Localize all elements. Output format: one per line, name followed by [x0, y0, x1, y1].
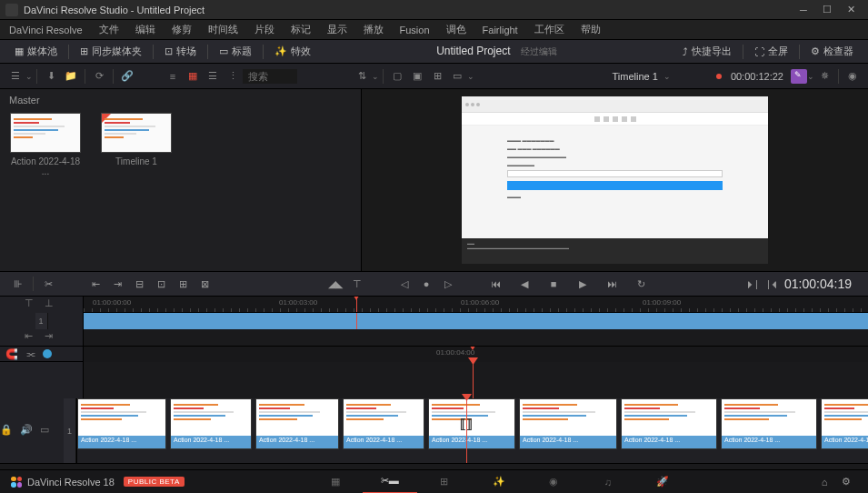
upper-ruler[interactable]: 01:00:00:0001:00:03:0001:00:06:0001:00:0… — [84, 297, 868, 313]
home-icon[interactable]: ⌂ — [813, 472, 835, 492]
menu-1[interactable]: 文件 — [94, 21, 125, 38]
view-thumb-icon[interactable]: ▦ — [183, 66, 203, 86]
closeup-icon[interactable]: ⊡ — [150, 274, 172, 294]
menu-2[interactable]: 编辑 — [130, 21, 161, 38]
menu-7[interactable]: 显示 — [322, 21, 353, 38]
menu-0[interactable]: DaVinci Resolve — [4, 23, 88, 37]
upper-audio-clip[interactable] — [84, 313, 868, 329]
timeline-clip[interactable]: Action 2022-4-18 ... — [621, 398, 717, 449]
timeline-clip[interactable]: Action 2022-4-18 ... — [170, 398, 252, 449]
transitions-button[interactable]: ⊡ 转场 — [157, 43, 204, 60]
main-playhead[interactable] — [473, 362, 474, 398]
inspector-button[interactable]: ⚙ 检查器 — [803, 43, 861, 60]
trim-b-icon[interactable]: ⇥ — [45, 330, 59, 345]
tool-d-icon[interactable]: ▭ — [447, 66, 467, 86]
media-page-tab[interactable]: ▦ — [308, 470, 363, 494]
link-icon[interactable]: 🔗 — [117, 66, 137, 86]
timeline-name[interactable]: Timeline 1 — [613, 71, 658, 82]
menu-9[interactable]: Fusion — [394, 23, 435, 37]
boring-detector-icon[interactable]: ⊪ — [7, 274, 29, 294]
play-icon[interactable]: ▶ — [572, 274, 594, 294]
track-video-icon[interactable]: ▭ — [40, 424, 55, 438]
view-list-icon[interactable]: ☰ — [203, 66, 223, 86]
cut-icon[interactable]: ✂ — [37, 274, 59, 294]
menu-3[interactable]: 修剪 — [166, 21, 197, 38]
fairlight-page-tab[interactable]: ♫ — [581, 470, 635, 494]
close-button[interactable]: ✕ — [839, 1, 863, 19]
bin-list-icon[interactable]: ☰ — [5, 66, 25, 86]
minimize-button[interactable]: ─ — [792, 1, 815, 19]
jump-next-icon[interactable]: |⏴ — [763, 274, 784, 294]
source-overwrite-icon[interactable]: ⊠ — [194, 274, 215, 294]
video-track[interactable]: Action 2022-4-18 ...Action 2022-4-18 ...… — [77, 398, 868, 463]
menu-8[interactable]: 播放 — [358, 21, 389, 38]
edit-page-tab[interactable]: ⊞ — [417, 470, 472, 494]
reverse-icon[interactable]: ◀ — [514, 274, 535, 294]
import-folder-icon[interactable]: 📁 — [61, 66, 81, 86]
media-clip-2[interactable]: Timeline 1 — [100, 113, 173, 176]
cut-tool-icon[interactable]: ⊤ — [346, 274, 368, 294]
timeline-clip[interactable]: Action 2022-4-18 ... — [255, 398, 339, 449]
media-pool-button[interactable]: ▦ 媒体池 — [7, 43, 65, 60]
ripple-icon[interactable]: ⊟ — [128, 274, 150, 294]
main-playhead-line[interactable] — [466, 398, 467, 463]
timeline-clip[interactable]: Action 2022-4-18 ... — [821, 398, 868, 449]
link-2-icon[interactable]: ⫘ — [25, 348, 35, 359]
timeline-clip[interactable]: Action 2022-4-18 ... — [77, 398, 166, 449]
cut-page-tab[interactable]: ✂▬ — [363, 470, 417, 494]
track-lock-icon[interactable]: 🔒 — [0, 424, 15, 438]
menu-10[interactable]: 调色 — [441, 21, 472, 38]
maximize-button[interactable]: ☐ — [815, 1, 839, 19]
smart-insert-icon[interactable]: ⇤ — [85, 274, 106, 294]
timeline-clip[interactable]: Action 2022-4-18 ... — [343, 398, 424, 449]
mark-in-icon[interactable]: ◁ — [394, 274, 415, 294]
lock-icon[interactable]: ⊤ — [25, 297, 39, 312]
timeline-clip[interactable]: Action 2022-4-18 ... — [519, 398, 617, 449]
effects-button[interactable]: ✨ 特效 — [267, 43, 318, 60]
timeline-clip[interactable]: Action 2022-4-18 ... — [428, 398, 515, 449]
master-bin-label[interactable]: Master — [9, 95, 352, 106]
source-viewer[interactable]: ▬▬▬ ▬▬▬▬▬▬▬ ▬▬ ▬▬▬ ▬▬▬▬▬▬ ▬▬▬▬▬▬▬▬▬▬▬▬▬ … — [362, 89, 868, 271]
menu-4[interactable]: 时间线 — [203, 21, 244, 38]
quick-export-button[interactable]: ⤴ 快捷导出 — [675, 43, 739, 60]
fusion-page-tab[interactable]: ✨ — [472, 470, 526, 494]
magnet-icon[interactable]: 🧲 — [5, 348, 18, 360]
menu-13[interactable]: 帮助 — [575, 21, 606, 38]
view-detail-icon[interactable]: ⋮ — [223, 66, 243, 86]
menu-12[interactable]: 工作区 — [529, 21, 570, 38]
titles-button[interactable]: ▭ 标题 — [212, 43, 259, 60]
sort-icon[interactable]: ⇅ — [352, 66, 372, 86]
prev-clip-icon[interactable]: ⏮ — [484, 274, 506, 294]
mark-icon[interactable]: ● — [415, 274, 437, 294]
next-clip-icon[interactable]: ⏭ — [601, 274, 623, 294]
mark-out-icon[interactable]: ▷ — [437, 274, 459, 294]
menu-5[interactable]: 片段 — [249, 21, 280, 38]
marker-color-icon[interactable] — [43, 349, 52, 358]
bypass-icon[interactable]: ✵ — [814, 66, 834, 86]
menu-11[interactable]: Fairlight — [477, 23, 524, 37]
import-icon[interactable]: ⬇ — [41, 66, 61, 86]
view-strip-icon[interactable]: ≡ — [163, 66, 183, 86]
dissolve-icon[interactable]: ◢◣ — [324, 274, 346, 294]
search-input[interactable] — [243, 69, 297, 84]
upper-audio-head[interactable]: 1 — [0, 313, 84, 329]
sync-icon[interactable]: ⟳ — [89, 66, 109, 86]
tool-a-icon[interactable]: ▢ — [387, 66, 407, 86]
place-on-top-icon[interactable]: ⊞ — [172, 274, 194, 294]
jump-prev-icon[interactable]: ⏵| — [741, 274, 763, 294]
color-page-tab[interactable]: ◉ — [526, 470, 581, 494]
loop-icon[interactable]: ↻ — [630, 274, 652, 294]
fullscreen-button[interactable]: ⛶ 全屏 — [747, 43, 795, 60]
lock2-icon[interactable]: ⊥ — [45, 297, 59, 312]
tools-icon[interactable] — [791, 69, 807, 84]
settings-icon[interactable]: ⚙ — [835, 472, 857, 492]
sync-bin-button[interactable]: ⊞ 同步媒体夹 — [73, 43, 149, 60]
track-audio-icon[interactable]: 🔊 — [20, 424, 35, 438]
media-clip-1[interactable]: Action 2022-4-18 ... — [9, 113, 82, 176]
menu-6[interactable]: 标记 — [285, 21, 316, 38]
append-icon[interactable]: ⇥ — [106, 274, 128, 294]
color-wheel-icon[interactable]: ◉ — [843, 66, 863, 86]
tool-c-icon[interactable]: ⊞ — [427, 66, 447, 86]
trim-a-icon[interactable]: ⇤ — [25, 330, 39, 345]
tool-b-icon[interactable]: ▣ — [407, 66, 427, 86]
